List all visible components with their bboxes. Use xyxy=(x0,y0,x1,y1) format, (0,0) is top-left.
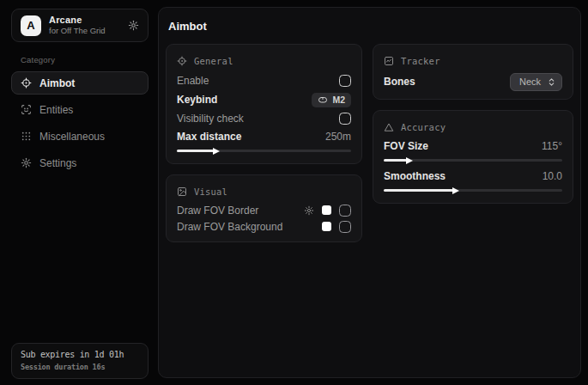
max-distance-label: Max distance xyxy=(177,131,241,143)
fov-size-row: FOV Size 115° xyxy=(384,138,562,154)
tracker-icon xyxy=(384,56,394,66)
keybind-button[interactable]: M2 xyxy=(312,93,351,107)
fov-size-label: FOV Size xyxy=(384,140,428,152)
general-card-header: General xyxy=(177,51,351,71)
max-distance-value: 250m xyxy=(325,131,351,143)
bones-select[interactable]: Neck xyxy=(510,73,562,91)
app-header-card: A Arcane for Off The Grid xyxy=(11,9,149,42)
keybind-label: Keybind xyxy=(177,94,217,106)
page-title: Aimbot xyxy=(168,20,573,33)
app-window: A Arcane for Off The Grid Category xyxy=(0,0,588,385)
app-title-block: Arcane for Off The Grid xyxy=(49,15,106,36)
category-label: Category xyxy=(21,55,149,64)
fov-size-value: 115° xyxy=(542,140,562,152)
grip-dots-icon xyxy=(21,131,32,142)
max-distance-row: Max distance 250m xyxy=(177,128,351,144)
visibility-check-row: Visibility check xyxy=(177,109,351,128)
accuracy-card-header: Accuracy xyxy=(384,117,562,138)
fov-background-controls xyxy=(322,221,351,233)
right-column: Tracker Bones Neck xyxy=(373,44,573,204)
gear-icon[interactable] xyxy=(304,205,314,216)
card-title: Accuracy xyxy=(401,122,446,132)
bones-row: Bones Neck xyxy=(384,71,562,92)
smoothness-value: 10.0 xyxy=(543,170,562,182)
main-panel: Aimbot General xyxy=(158,7,581,378)
color-swatch[interactable] xyxy=(322,205,331,215)
gear-icon xyxy=(21,157,32,168)
slider-fill xyxy=(384,189,453,192)
enable-row: Enable xyxy=(177,71,351,90)
visual-card-header: Visual xyxy=(177,181,351,202)
fov-size-slider[interactable] xyxy=(384,159,562,162)
fov-border-checkbox[interactable] xyxy=(339,205,351,217)
sidebar-item-label: Aimbot xyxy=(39,77,75,89)
slider-thumb[interactable] xyxy=(213,148,220,155)
chevrons-up-down-icon xyxy=(547,77,556,87)
accuracy-card: Accuracy FOV Size 115° Smoothness 10.0 xyxy=(373,110,573,204)
visual-card: Visual Draw FOV Border xyxy=(166,174,362,242)
card-title: Tracker xyxy=(401,56,440,66)
mouse-icon xyxy=(318,95,328,105)
app-name: Arcane xyxy=(49,15,106,25)
card-title: Visual xyxy=(194,186,227,197)
slider-thumb[interactable] xyxy=(406,157,413,164)
image-icon xyxy=(177,186,187,197)
enable-checkbox[interactable] xyxy=(339,75,351,87)
bones-label: Bones xyxy=(384,76,415,88)
cards-grid: General Enable Keybind xyxy=(166,44,573,242)
fov-border-row: Draw FOV Border xyxy=(177,202,351,218)
app-subtitle: for Off The Grid xyxy=(49,27,106,35)
sidebar: A Arcane for Off The Grid Category xyxy=(11,9,149,379)
session-duration-text: Session duration 16s xyxy=(21,363,139,371)
color-swatch[interactable] xyxy=(322,222,331,231)
crosshair-icon xyxy=(177,56,187,66)
sidebar-nav: Aimbot Entities xyxy=(11,71,149,174)
visibility-check-label: Visibility check xyxy=(177,113,244,125)
left-column: General Enable Keybind xyxy=(166,44,362,242)
entities-icon xyxy=(21,104,32,115)
tracker-card-header: Tracker xyxy=(384,51,562,71)
fov-border-controls xyxy=(304,205,351,217)
app-logo: A xyxy=(21,15,41,36)
triangle-icon xyxy=(384,122,394,132)
subscription-card: Sub expires in 1d 01h Session duration 1… xyxy=(11,343,149,379)
sidebar-item-label: Settings xyxy=(39,157,76,169)
crosshair-icon xyxy=(21,77,32,89)
visibility-checkbox[interactable] xyxy=(339,113,351,125)
general-card: General Enable Keybind xyxy=(166,44,362,164)
gear-icon[interactable] xyxy=(128,20,139,31)
sub-expires-text: Sub expires in 1d 01h xyxy=(21,350,139,359)
sidebar-item-miscellaneous[interactable]: Miscellaneous xyxy=(11,125,149,148)
slider-fill xyxy=(177,150,214,152)
keybind-row: Keybind M2 xyxy=(177,90,351,109)
keybind-value: M2 xyxy=(332,95,345,105)
sidebar-item-aimbot[interactable]: Aimbot xyxy=(11,71,149,95)
smoothness-label: Smoothness xyxy=(384,170,446,182)
sidebar-item-label: Entities xyxy=(39,104,73,116)
max-distance-slider[interactable] xyxy=(177,150,351,152)
sidebar-item-entities[interactable]: Entities xyxy=(11,98,149,121)
card-title: General xyxy=(194,56,233,66)
sidebar-item-label: Miscellaneous xyxy=(39,131,105,143)
fov-background-checkbox[interactable] xyxy=(339,221,351,233)
enable-label: Enable xyxy=(177,75,209,87)
smoothness-slider[interactable] xyxy=(384,189,562,192)
fov-background-label: Draw FOV Background xyxy=(177,221,282,233)
slider-thumb[interactable] xyxy=(452,187,459,194)
fov-border-label: Draw FOV Border xyxy=(177,205,258,217)
bones-value: Neck xyxy=(519,76,541,87)
slider-fill xyxy=(384,159,407,162)
smoothness-row: Smoothness 10.0 xyxy=(384,168,562,184)
sidebar-item-settings[interactable]: Settings xyxy=(11,151,149,174)
fov-background-row: Draw FOV Background xyxy=(177,218,351,235)
tracker-card: Tracker Bones Neck xyxy=(373,44,573,100)
